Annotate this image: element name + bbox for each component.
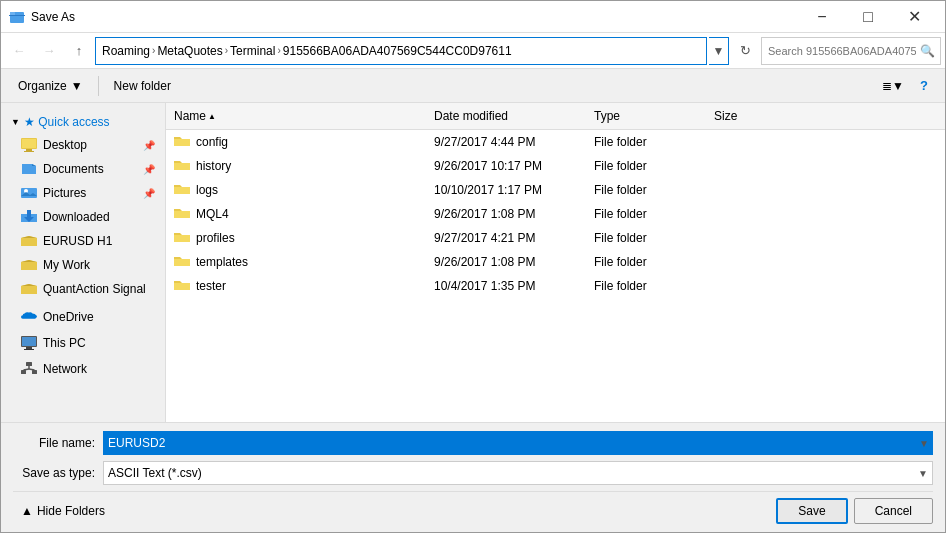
file-name: tester — [196, 279, 226, 293]
svg-line-18 — [29, 369, 35, 370]
file-type: File folder — [586, 183, 706, 197]
sidebar-pictures-label: Pictures — [43, 186, 137, 200]
organize-button[interactable]: Organize ▼ — [9, 73, 92, 99]
col-header-date[interactable]: Date modified — [426, 105, 586, 127]
sidebar-item-network[interactable]: Network — [1, 357, 165, 381]
save-as-dialog: Save As − □ ✕ ← → ↑ Roaming › MetaQuotes… — [0, 0, 946, 533]
search-input[interactable] — [761, 37, 941, 65]
sidebar-item-mywork[interactable]: My Work — [1, 253, 165, 277]
sidebar-item-pictures[interactable]: Pictures 📌 — [1, 181, 165, 205]
documents-icon — [21, 161, 37, 177]
maximize-button[interactable]: □ — [845, 1, 891, 33]
refresh-button[interactable]: ↻ — [731, 37, 759, 65]
sidebar-network-label: Network — [43, 362, 155, 376]
bottom-section: File name: ▼ Save as type: ASCII Text (*… — [1, 422, 945, 532]
col-header-name[interactable]: Name ▲ — [166, 105, 426, 127]
file-date: 9/27/2017 4:44 PM — [426, 135, 586, 149]
path-metaquotes: MetaQuotes — [157, 44, 222, 58]
savetype-dropdown[interactable]: ASCII Text (*.csv) ▼ — [103, 461, 933, 485]
thispc-icon — [21, 335, 37, 351]
file-date: 9/26/2017 1:08 PM — [426, 255, 586, 269]
up-button[interactable]: ↑ — [65, 37, 93, 65]
folder-row-icon — [174, 206, 190, 222]
svg-rect-2 — [9, 15, 25, 16]
quantaction-icon — [21, 281, 37, 297]
col-header-size[interactable]: Size — [706, 105, 786, 127]
file-name: templates — [196, 255, 248, 269]
filename-input[interactable] — [103, 431, 933, 455]
quick-access-header[interactable]: ▼ ★ Quick access — [1, 111, 165, 133]
hide-folders-button[interactable]: ▲ Hide Folders — [13, 500, 113, 522]
svg-line-17 — [24, 369, 30, 370]
file-name: profiles — [196, 231, 235, 245]
table-row[interactable]: MQL4 9/26/2017 1:08 PM File folder — [166, 202, 945, 226]
file-type: File folder — [586, 159, 706, 173]
table-row[interactable]: tester 10/4/2017 1:35 PM File folder — [166, 274, 945, 298]
sidebar-item-desktop[interactable]: Desktop 📌 — [1, 133, 165, 157]
address-dropdown[interactable]: ▼ — [709, 37, 729, 65]
sidebar-item-eurusd[interactable]: EURUSD H1 — [1, 229, 165, 253]
sidebar-item-onedrive[interactable]: OneDrive — [1, 305, 165, 329]
svg-rect-10 — [22, 337, 36, 346]
title-bar: Save As − □ ✕ — [1, 1, 945, 33]
file-date: 9/27/2017 4:21 PM — [426, 231, 586, 245]
pin-icon-pictures: 📌 — [143, 188, 155, 199]
organize-arrow: ▼ — [71, 79, 83, 93]
sidebar-documents-label: Documents — [43, 162, 137, 176]
svg-rect-5 — [26, 149, 32, 151]
save-button[interactable]: Save — [776, 498, 847, 524]
minimize-button[interactable]: − — [799, 1, 845, 33]
forward-button[interactable]: → — [35, 37, 63, 65]
sidebar-item-quantaction[interactable]: QuantAction Signal — [1, 277, 165, 301]
sidebar-mywork-label: My Work — [43, 258, 155, 272]
address-path[interactable]: Roaming › MetaQuotes › Terminal › 915566… — [95, 37, 707, 65]
sidebar-item-downloaded[interactable]: Downloaded — [1, 205, 165, 229]
help-button[interactable]: ? — [911, 73, 937, 99]
pin-icon-desktop: 📌 — [143, 140, 155, 151]
window-controls: − □ ✕ — [799, 1, 937, 33]
cancel-label: Cancel — [875, 504, 912, 518]
pictures-icon — [21, 185, 37, 201]
pin-icon-documents: 📌 — [143, 164, 155, 175]
svg-rect-11 — [26, 347, 32, 349]
address-bar: ← → ↑ Roaming › MetaQuotes › Terminal › … — [1, 33, 945, 69]
sidebar-item-thispc[interactable]: This PC — [1, 331, 165, 355]
table-row[interactable]: config 9/27/2017 4:44 PM File folder — [166, 130, 945, 154]
table-row[interactable]: history 9/26/2017 10:17 PM File folder — [166, 154, 945, 178]
file-name: MQL4 — [196, 207, 229, 221]
view-button[interactable]: ≣ ▼ — [879, 73, 907, 99]
save-label: Save — [798, 504, 825, 518]
sidebar-onedrive-label: OneDrive — [43, 310, 155, 324]
table-row[interactable]: logs 10/10/2017 1:17 PM File folder — [166, 178, 945, 202]
downloaded-icon — [21, 209, 37, 225]
back-button[interactable]: ← — [5, 37, 33, 65]
filename-input-wrapper: ▼ — [103, 431, 933, 455]
table-row[interactable]: profiles 9/27/2017 4:21 PM File folder — [166, 226, 945, 250]
file-list: Name ▲ Date modified Type Size — [166, 103, 945, 422]
file-type: File folder — [586, 279, 706, 293]
sidebar-downloaded-label: Downloaded — [43, 210, 155, 224]
col-header-type[interactable]: Type — [586, 105, 706, 127]
file-name: config — [196, 135, 228, 149]
toolbar: Organize ▼ New folder ≣ ▼ ? — [1, 69, 945, 103]
sidebar-eurusd-label: EURUSD H1 — [43, 234, 155, 248]
file-date: 9/26/2017 1:08 PM — [426, 207, 586, 221]
filename-label: File name: — [13, 436, 103, 450]
quick-access-label: ★ Quick access — [24, 115, 110, 129]
new-folder-button[interactable]: New folder — [105, 73, 180, 99]
svg-rect-6 — [24, 151, 34, 152]
path-guid: 915566BA06ADA407569C544CC0D97611 — [283, 44, 512, 58]
svg-rect-13 — [26, 362, 32, 366]
file-type: File folder — [586, 231, 706, 245]
folder-row-icon — [174, 230, 190, 246]
file-name: history — [196, 159, 231, 173]
table-row[interactable]: templates 9/26/2017 1:08 PM File folder — [166, 250, 945, 274]
cancel-button[interactable]: Cancel — [854, 498, 933, 524]
mywork-icon — [21, 257, 37, 273]
buttons-row: ▲ Hide Folders Save Cancel — [13, 498, 933, 524]
folder-row-icon — [174, 254, 190, 270]
close-button[interactable]: ✕ — [891, 1, 937, 33]
hide-folders-arrow: ▲ — [21, 504, 33, 518]
sidebar-item-documents[interactable]: Documents 📌 — [1, 157, 165, 181]
folder-row-icon — [174, 182, 190, 198]
